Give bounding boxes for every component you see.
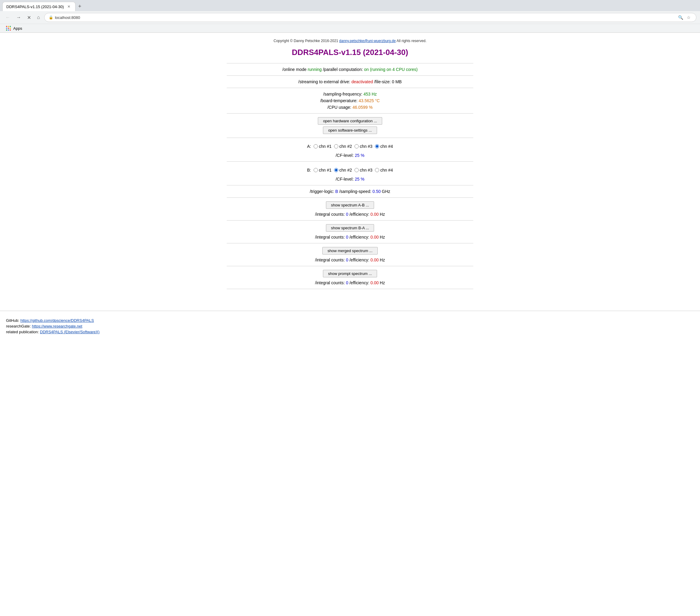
researchgate-label: researchGate: (6, 324, 31, 329)
channel-a-option-2[interactable]: chn #2 (334, 144, 352, 149)
page-content: Copyright © Danny Petschke 2016-2021 dan… (215, 33, 485, 305)
home-button[interactable]: ⌂ (35, 14, 42, 21)
channel-b-option-1[interactable]: chn #1 (314, 168, 332, 172)
copyright-email-link[interactable]: danny.petschke@uni-wuerzburg.de (339, 39, 396, 43)
footer-section: GitHub: https://github.com/dpscience/DDR… (0, 311, 700, 341)
bookmark-button[interactable]: ☆ (686, 14, 692, 21)
online-mode-value: running (308, 67, 322, 72)
channel-a-option-4[interactable]: chn #4 (375, 144, 393, 149)
spectrum-ab-efficiency-value: 0.00 (371, 212, 378, 217)
tab-close-button[interactable]: ✕ (66, 4, 72, 9)
apps-grid-icon (6, 26, 11, 31)
tab-title: DDRS4PALS-v1.15 (2021-04-30) (6, 4, 64, 9)
channel-b-label-3: chn #3 (360, 168, 373, 172)
software-settings-button[interactable]: open software-settings ... (323, 127, 377, 134)
hardware-config-button[interactable]: open hardware configuration ... (318, 117, 382, 125)
filesize-value: 0 MB (392, 79, 402, 84)
github-row: GitHub: https://github.com/dpscience/DDR… (6, 318, 694, 323)
spectrum-ba-btn-section: show spectrum B-A ... (227, 224, 473, 232)
streaming-label: /streaming to external drive: (298, 79, 350, 84)
divider-5 (227, 138, 473, 138)
new-tab-button[interactable]: + (75, 2, 84, 11)
filesize-label: /file-size: (374, 79, 392, 84)
copyright-section: Copyright © Danny Petschke 2016-2021 dan… (227, 39, 473, 43)
channel-b-section: B: chn #1 chn #2 chn #3 chn #4 /CF-level… (227, 165, 473, 181)
spectrum-ab-button[interactable]: show spectrum A-B ... (326, 201, 374, 209)
spectrum-ba-integral-value: 0 (346, 235, 349, 240)
channel-a-radio-2[interactable] (334, 144, 338, 149)
prompt-efficiency-value: 0.00 (371, 280, 378, 285)
merged-spectrum-section: show merged spectrum ... /integral count… (227, 247, 473, 262)
trigger-value: B (335, 189, 338, 194)
address-bar: ← → ✕ ⌂ 🔒 localhost:8080 🔍 ☆ (0, 11, 700, 24)
channel-a-cf-value: 25 % (355, 153, 364, 158)
channel-b-label-1: chn #1 (319, 168, 332, 172)
parallel-value: on (running on 4 CPU cores) (364, 67, 418, 72)
spectrum-ab-section: show spectrum A-B ... /integral counts: … (227, 201, 473, 217)
url-bar[interactable]: 🔒 localhost:8080 🔍 ☆ (44, 13, 696, 22)
config-buttons-section: open hardware configuration ... open sof… (227, 117, 473, 134)
publication-link[interactable]: DDRS4PALS (Elsevier/SoftwareX) (40, 330, 100, 334)
apps-bookmark[interactable]: Apps (4, 25, 25, 31)
channel-b-cf-value: 25 % (355, 177, 364, 181)
url-text: localhost:8080 (55, 15, 675, 20)
channel-b-radio-1[interactable] (314, 168, 318, 172)
prompt-efficiency-label: /efficiency: (349, 280, 371, 285)
channel-a-radio-3[interactable] (354, 144, 359, 149)
spectrum-ab-integral-value: 0 (346, 212, 349, 217)
apps-label: Apps (13, 26, 22, 31)
merged-efficiency-label: /efficiency: (349, 257, 371, 262)
online-mode-label: /online mode (282, 67, 307, 72)
divider-4 (227, 113, 473, 114)
spectrum-ab-btn-section: show spectrum A-B ... (227, 201, 473, 209)
divider-12 (227, 289, 473, 289)
prompt-integral-value: 0 (346, 280, 349, 285)
board-temp-label: /board-temperature: (320, 98, 358, 103)
channel-a-radio-4[interactable] (375, 144, 379, 149)
divider-3 (227, 88, 473, 88)
merged-spectrum-button[interactable]: show merged spectrum ... (322, 247, 378, 255)
browser-chrome: DDRS4PALS-v1.15 (2021-04-30) ✕ + ← → ✕ ⌂… (0, 0, 700, 33)
channel-b-radio-4[interactable] (375, 168, 379, 172)
prompt-integral-label: /integral counts: (315, 280, 346, 285)
channel-a-radio-1[interactable] (314, 144, 318, 149)
prompt-spectrum-button[interactable]: show prompt spectrum ... (323, 270, 377, 277)
forward-button[interactable]: → (14, 14, 23, 21)
channel-a-option-3[interactable]: chn #3 (354, 144, 373, 149)
search-button[interactable]: 🔍 (677, 14, 684, 21)
cpu-usage-label: /CPU usage: (327, 105, 351, 110)
divider-8 (227, 197, 473, 198)
board-temp-row: /board-temperature: 43.5625 °C (227, 98, 473, 103)
publication-row: related publication: DDRS4PALS (Elsevier… (6, 330, 694, 334)
channel-b-radio-3[interactable] (354, 168, 359, 172)
sampling-freq-value: 453 Hz (364, 92, 377, 97)
spectrum-ab-efficiency-unit: Hz (380, 212, 385, 217)
back-button[interactable]: ← (4, 14, 12, 21)
channel-a-option-1[interactable]: chn #1 (314, 144, 332, 149)
divider-11 (227, 266, 473, 266)
divider-7 (227, 185, 473, 185)
channel-a-label: A: (307, 144, 311, 149)
channel-b-option-3[interactable]: chn #3 (354, 168, 373, 172)
prompt-stats-row: /integral counts: 0 /efficiency: 0.00 Hz (227, 280, 473, 285)
channel-b-cf-row: /CF-level: 25 % (227, 177, 473, 181)
system-info-section: /sampling-frequency: 453 Hz /board-tempe… (227, 92, 473, 110)
spectrum-ba-button[interactable]: show spectrum B-A ... (326, 224, 374, 232)
channel-b-radio-group: B: chn #1 chn #2 chn #3 chn #4 (307, 168, 393, 172)
reload-button[interactable]: ✕ (25, 14, 33, 22)
online-mode-section: /online mode running /parallel computati… (227, 67, 473, 72)
bookmarks-bar: Apps (0, 24, 700, 33)
board-temp-value: 43.5625 °C (359, 98, 380, 103)
prompt-efficiency-unit: Hz (380, 280, 385, 285)
channel-b-radio-2[interactable] (334, 168, 338, 172)
channel-b-option-2[interactable]: chn #2 (334, 168, 352, 172)
channel-b-label-2: chn #2 (339, 168, 352, 172)
channel-a-label-3: chn #3 (360, 144, 373, 149)
researchgate-link[interactable]: https://www.researchgate.net (32, 324, 83, 329)
spectrum-ab-efficiency-label: /efficiency: (349, 212, 371, 217)
url-actions: 🔍 ☆ (677, 14, 692, 21)
trigger-label: /trigger-logic: (310, 189, 334, 194)
channel-b-option-4[interactable]: chn #4 (375, 168, 393, 172)
github-link[interactable]: https://github.com/dpscience/DDRS4PALS (21, 318, 94, 323)
spectrum-ba-efficiency-unit: Hz (380, 235, 385, 240)
